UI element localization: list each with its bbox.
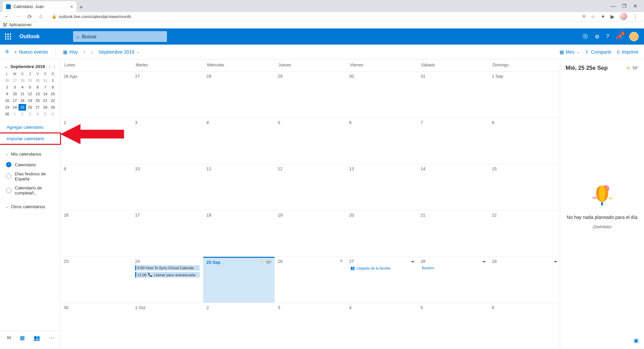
- calendar-checkbox[interactable]: [6, 162, 11, 167]
- mini-day-cell[interactable]: 11: [18, 91, 26, 97]
- mini-day-cell[interactable]: 26: [3, 77, 11, 84]
- month-picker[interactable]: Septiembre 2019 ⌄: [99, 49, 139, 55]
- calendar-event[interactable]: 👥 Llegada de la familia: [349, 265, 414, 271]
- mini-day-cell[interactable]: 3: [26, 111, 34, 117]
- calendar-day-cell[interactable]: 1 Oct: [132, 303, 203, 349]
- expand-pane-icon[interactable]: ▣: [634, 337, 639, 344]
- mini-day-cell[interactable]: 28: [18, 77, 26, 84]
- mini-day-cell[interactable]: 8: [49, 84, 57, 91]
- calendar-day-cell[interactable]: 8: [488, 118, 560, 164]
- minimize-icon[interactable]: —: [611, 3, 616, 9]
- calendar-day-cell[interactable]: 27☁👥 Llegada de la familia: [346, 257, 417, 303]
- mini-day-cell[interactable]: 29: [49, 104, 57, 111]
- calendar-day-cell[interactable]: 5: [275, 118, 346, 164]
- settings-gear-icon[interactable]: ⚙: [595, 34, 599, 40]
- calendar-day-cell[interactable]: 31: [417, 72, 488, 118]
- extensions-icon[interactable]: ✦: [601, 13, 605, 20]
- mini-day-cell[interactable]: 14: [42, 91, 49, 97]
- browser-menu-icon[interactable]: ⋮: [633, 13, 638, 20]
- mini-day-cell[interactable]: 6: [49, 111, 57, 117]
- calendar-day-cell[interactable]: 10: [132, 164, 203, 210]
- user-avatar[interactable]: [629, 32, 639, 41]
- mini-day-cell[interactable]: 1: [11, 111, 19, 117]
- mini-day-cell[interactable]: 13: [34, 91, 42, 97]
- reload-icon[interactable]: ⟳: [25, 13, 34, 20]
- calendar-day-cell[interactable]: 27: [132, 72, 203, 118]
- calendar-day-cell[interactable]: 249:00 How To Sync iCloud Calenda11:00📞 …: [132, 257, 203, 303]
- forward-icon[interactable]: →: [14, 13, 22, 19]
- today-button[interactable]: ▦ Hoy: [63, 49, 78, 55]
- close-tab-icon[interactable]: ×: [70, 4, 73, 9]
- browser-tab[interactable]: Calendario: Juan ×: [3, 1, 76, 12]
- calendar-checkbox[interactable]: [6, 188, 11, 193]
- prev-month-button[interactable]: ↑: [83, 49, 85, 55]
- apps-grid-icon[interactable]: [3, 23, 7, 26]
- app-launcher-button[interactable]: [0, 28, 16, 45]
- bookmarks-apps-label[interactable]: Aplicaciones: [9, 22, 32, 27]
- mini-day-cell[interactable]: 3: [11, 84, 19, 91]
- calendar-day-cell[interactable]: 26 Ago: [60, 72, 132, 118]
- calendar-event[interactable]: Bautizo: [420, 265, 485, 271]
- mini-day-cell[interactable]: 27: [34, 104, 42, 111]
- calendar-day-cell[interactable]: 14: [417, 164, 488, 210]
- mini-day-cell[interactable]: 4: [34, 111, 42, 117]
- mini-day-cell[interactable]: 5: [42, 111, 49, 117]
- mini-day-cell[interactable]: 6: [34, 84, 42, 91]
- calendar-list-item[interactable]: Calendario: [0, 160, 60, 169]
- calendar-day-cell[interactable]: 30: [60, 303, 132, 349]
- calendar-day-cell[interactable]: 22: [488, 211, 560, 256]
- calendar-day-cell[interactable]: 15: [488, 164, 560, 210]
- import-calendar-link[interactable]: Importar calendario: [0, 132, 61, 145]
- mini-prev-icon[interactable]: ↑: [49, 64, 51, 69]
- print-button[interactable]: ⎙ Imprimir: [617, 49, 639, 55]
- calendar-day-cell[interactable]: 28: [203, 72, 275, 118]
- calendar-day-cell[interactable]: 28☁ Bautizo: [417, 257, 488, 303]
- url-field[interactable]: 🔒 outlook.live.com/calendar/view/month: [48, 14, 579, 19]
- search-box[interactable]: ⌕: [73, 31, 167, 42]
- profile-avatar-icon[interactable]: [620, 13, 627, 20]
- mini-day-cell[interactable]: 4: [18, 84, 26, 91]
- calendar-day-cell[interactable]: 20: [346, 211, 417, 256]
- mini-day-cell[interactable]: 21: [42, 97, 49, 104]
- mini-day-cell[interactable]: 22: [49, 97, 57, 104]
- mini-next-icon[interactable]: ↓: [53, 64, 55, 69]
- calendar-day-cell[interactable]: 1 Sep: [488, 72, 560, 118]
- mini-day-cell[interactable]: 2: [18, 111, 26, 117]
- mini-day-cell[interactable]: 20: [34, 97, 42, 104]
- mini-day-cell[interactable]: 1: [49, 77, 57, 84]
- calendar-day-cell[interactable]: 19: [275, 211, 346, 256]
- calendar-day-cell[interactable]: 2: [60, 118, 132, 164]
- megaphone-icon[interactable]: 📣1: [616, 34, 623, 40]
- mini-day-cell[interactable]: 29: [26, 77, 34, 84]
- calendar-day-cell[interactable]: 16: [60, 211, 132, 256]
- calendar-day-cell[interactable]: 13: [346, 164, 417, 210]
- chevron-down-icon[interactable]: ⌄: [5, 64, 8, 69]
- new-tab-button[interactable]: +: [76, 3, 86, 12]
- help-icon[interactable]: ?: [606, 34, 609, 40]
- calendar-day-cell[interactable]: 4: [203, 118, 275, 164]
- calendar-day-cell[interactable]: 5: [417, 303, 488, 349]
- calendar-day-cell[interactable]: 3: [132, 118, 203, 164]
- add-calendar-link[interactable]: Agregar calendario: [0, 122, 60, 132]
- view-switcher[interactable]: ▦ Mes ⌄: [560, 49, 580, 55]
- mini-day-cell[interactable]: 26: [26, 104, 34, 111]
- brand-label[interactable]: Outlook: [16, 34, 43, 40]
- calendar-event[interactable]: 9:00 How To Sync iCloud Calenda: [135, 265, 200, 271]
- mini-day-cell[interactable]: 17: [11, 97, 19, 104]
- calendar-day-cell[interactable]: 4: [346, 303, 417, 349]
- mini-day-cell[interactable]: 28: [42, 104, 49, 111]
- calendar-day-cell[interactable]: 11: [203, 164, 275, 210]
- calendar-list-item[interactable]: Calendario de cumpleañ...: [0, 183, 60, 197]
- calendar-day-cell[interactable]: 2: [203, 303, 275, 349]
- calendar-day-cell[interactable]: 26☀: [275, 257, 346, 303]
- close-window-icon[interactable]: ✕: [633, 3, 637, 9]
- mini-day-cell[interactable]: 27: [11, 77, 19, 84]
- calendar-day-cell[interactable]: 29☁: [488, 257, 560, 303]
- reading-list-icon[interactable]: ≡: [582, 13, 585, 19]
- mail-icon[interactable]: ✉: [7, 335, 11, 341]
- calendar-day-cell[interactable]: 7: [417, 118, 488, 164]
- calendar-day-cell[interactable]: 29: [275, 72, 346, 118]
- mini-day-cell[interactable]: 15: [49, 91, 57, 97]
- my-calendars-section[interactable]: ⌄ Mis calendarios: [0, 148, 60, 160]
- mini-day-cell[interactable]: 24: [11, 104, 19, 111]
